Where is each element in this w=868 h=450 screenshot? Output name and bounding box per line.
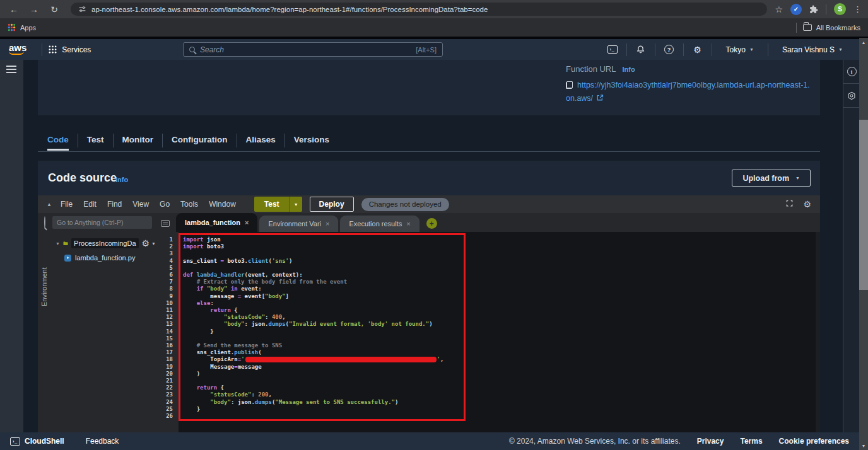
notifications-bell-icon[interactable] [633, 45, 648, 54]
code-line[interactable]: import boto3 [183, 243, 820, 250]
reload-icon[interactable]: ↻ [47, 3, 62, 16]
editor-tab-execution-results[interactable]: Execution results [340, 216, 419, 232]
scrollbar-thumb[interactable] [859, 120, 868, 290]
code-line[interactable]: # Extract only the body field from the e… [183, 279, 820, 286]
tab-code[interactable]: Code [47, 126, 69, 151]
address-bar[interactable]: ap-northeast-1.console.aws.amazon.com/la… [71, 3, 767, 16]
menu-view[interactable]: View [132, 200, 149, 209]
code-source-info-link[interactable]: Info [115, 176, 128, 183]
settings-gear-icon[interactable] [690, 45, 705, 54]
tab-monitor[interactable]: Monitor [122, 126, 154, 151]
extensions-puzzle-icon[interactable] [809, 5, 818, 14]
code-line[interactable] [183, 413, 820, 420]
codewhisperer-hexagon-icon[interactable] [843, 84, 860, 108]
goto-anything-input[interactable] [52, 216, 152, 229]
editor-scrollbar[interactable] [816, 232, 820, 432]
upload-from-button[interactable]: Upload from [732, 170, 811, 187]
tab-aliases[interactable]: Aliases [246, 126, 276, 151]
code-line[interactable] [183, 378, 820, 384]
cloudshell-icon[interactable] [605, 45, 620, 54]
menu-window[interactable]: Window [209, 200, 236, 209]
browser-menu-icon[interactable] [853, 4, 862, 14]
forward-icon[interactable]: → [26, 3, 42, 16]
test-dropdown-button[interactable] [290, 197, 302, 212]
tree-settings-gear-icon[interactable] [142, 239, 156, 248]
tree-expand-icon[interactable] [56, 241, 60, 246]
code-line[interactable] [183, 335, 820, 342]
code-line[interactable]: else: [183, 300, 820, 307]
collapse-panel-icon[interactable] [47, 202, 52, 207]
code-line[interactable]: } [183, 328, 820, 335]
footer-terms[interactable]: Terms [740, 437, 762, 446]
help-icon[interactable] [662, 45, 677, 54]
editor-tab-lambda-function[interactable]: lambda_function [176, 213, 257, 232]
site-settings-icon[interactable] [78, 5, 86, 13]
footer-privacy[interactable]: Privacy [697, 437, 724, 446]
code-line[interactable]: if "body" in event: [183, 286, 820, 292]
code-line[interactable]: sns_client.publish( [183, 349, 820, 356]
code-line[interactable]: "body": json.dumps("Invalid event format… [183, 321, 820, 328]
deploy-button[interactable]: Deploy [310, 197, 354, 212]
code-line[interactable]: import json [183, 236, 820, 243]
code-line[interactable]: message = event["body"] [183, 293, 820, 300]
code-line[interactable]: } [183, 406, 820, 413]
copy-icon[interactable] [566, 81, 573, 89]
code-content[interactable]: import jsonimport boto3 sns_client = bot… [179, 232, 820, 432]
external-link-icon[interactable] [596, 94, 604, 101]
close-icon[interactable] [245, 219, 249, 226]
footer-cloudshell[interactable]: CloudShell [10, 437, 64, 446]
code-line[interactable] [183, 265, 820, 272]
menu-edit[interactable]: Edit [83, 200, 97, 209]
fullscreen-icon[interactable] [785, 199, 794, 210]
close-icon[interactable] [326, 220, 329, 228]
code-line[interactable]: # Send the message to SNS [183, 342, 820, 349]
code-line[interactable]: "statusCode": 200, [183, 391, 820, 398]
info-panel-icon[interactable] [843, 60, 860, 84]
new-tab-icon[interactable] [426, 218, 437, 229]
code-line[interactable]: TopicArn='', [183, 356, 820, 363]
environment-panel-label[interactable]: Environment [38, 237, 50, 306]
footer-feedback[interactable]: Feedback [86, 437, 119, 446]
profile-avatar[interactable]: S [834, 3, 846, 15]
code-line[interactable]: sns_client = boto3.client('sns') [183, 258, 820, 265]
aws-logo[interactable]: aws [9, 44, 26, 55]
code-line[interactable]: Message=message [183, 364, 820, 371]
tab-configuration[interactable]: Configuration [172, 126, 227, 151]
tree-file-row[interactable]: lambda_function.py [64, 251, 156, 264]
bookmark-apps[interactable]: Apps [8, 23, 36, 32]
close-icon[interactable] [406, 220, 410, 228]
search-input[interactable] [200, 45, 416, 54]
bookmark-star-icon[interactable]: ☆ [775, 4, 783, 14]
console-search[interactable]: [Alt+S] [183, 42, 443, 57]
code-line[interactable]: return { [183, 384, 820, 391]
region-selector[interactable]: Tokyo [718, 45, 761, 54]
code-line[interactable]: "body": json.dumps("Message sent to SNS … [183, 399, 820, 406]
tree-folder-row[interactable]: ProcessIncomingDa [56, 237, 156, 250]
all-bookmarks[interactable]: All Bookmarks [803, 24, 860, 32]
editor-tab-environment-var[interactable]: Environment Vari [259, 216, 338, 232]
back-icon[interactable]: ← [6, 3, 21, 16]
code-line[interactable]: ) [183, 371, 820, 378]
code-editor-area[interactable]: 1234567891011121314151617181920212223242… [156, 232, 820, 432]
tab-versions[interactable]: Versions [294, 126, 329, 151]
editor-settings-gear-icon[interactable] [803, 200, 811, 209]
menu-go[interactable]: Go [160, 200, 170, 209]
function-url-info-link[interactable]: Info [622, 66, 635, 73]
scroll-up-icon[interactable] [859, 38, 868, 47]
code-line[interactable]: def lambda_handler(event, context): [183, 272, 820, 279]
menu-tools[interactable]: Tools [180, 200, 198, 209]
code-line[interactable]: "statusCode": 400, [183, 314, 820, 321]
code-line[interactable] [183, 250, 820, 257]
code-line[interactable]: return { [183, 307, 820, 314]
hamburger-menu-icon[interactable] [6, 66, 16, 67]
services-menu[interactable]: Services [49, 45, 91, 54]
menu-find[interactable]: Find [107, 200, 122, 209]
goto-search-icon[interactable] [44, 217, 45, 228]
tab-test[interactable]: Test [87, 126, 104, 151]
menu-file[interactable]: File [61, 200, 73, 209]
extension-check-icon[interactable] [790, 4, 802, 15]
scroll-down-icon[interactable] [859, 441, 868, 450]
footer-cookie-preferences[interactable]: Cookie preferences [779, 437, 849, 446]
tab-list-icon[interactable] [161, 220, 170, 227]
test-button[interactable]: Test [254, 197, 290, 212]
